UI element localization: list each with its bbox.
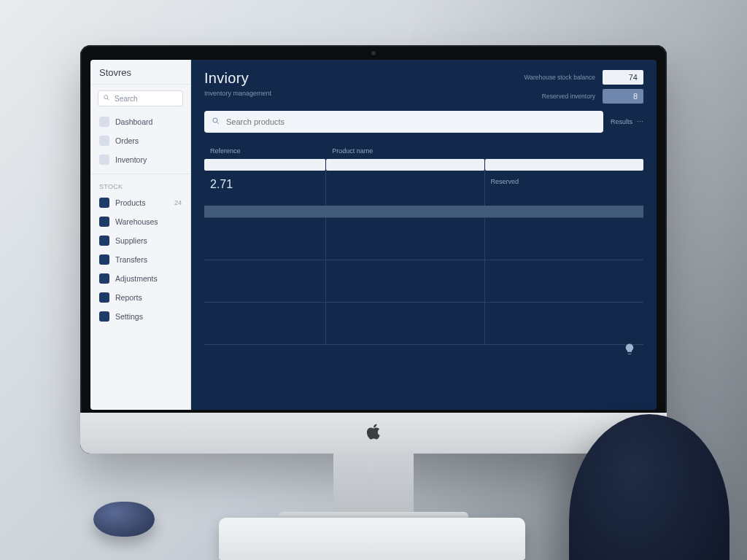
metric-label: Reserved inventory [515, 93, 595, 100]
svg-line-1 [107, 98, 109, 100]
apple-logo-icon [365, 422, 382, 444]
metric-row: Reserved inventory 8 [515, 89, 643, 104]
sidebar-group-label: Stock [90, 179, 190, 193]
sidebar-item-label: Orders [115, 136, 139, 145]
grid-cell[interactable] [204, 303, 326, 345]
grid-cell[interactable] [204, 260, 326, 303]
sidebar-item-dashboard[interactable]: Dashboard [90, 112, 190, 131]
search-row: Results ⋯ [191, 106, 657, 143]
grid-cell[interactable] [326, 260, 484, 303]
grid-cell[interactable] [485, 218, 643, 260]
column-headers: Reference Product name [191, 143, 657, 159]
summary-cell-value: 2.71 [204, 171, 326, 206]
sidebar-item-transfers[interactable]: Transfers [90, 250, 190, 269]
grid-cell[interactable] [485, 260, 643, 303]
tag-icon [99, 198, 109, 208]
app-window: Stovres Search Dashboard Orde [90, 60, 657, 410]
summary-cell-empty [326, 171, 484, 206]
monitor-stand-neck [333, 451, 414, 516]
grid-cell[interactable] [326, 303, 484, 345]
camera-dot [371, 51, 376, 55]
truck-icon [99, 236, 109, 246]
monitor-frame: Stovres Search Dashboard Orde [80, 45, 667, 454]
search-icon [212, 117, 220, 127]
svg-point-0 [104, 96, 108, 99]
sidebar-item-label: Settings [115, 312, 143, 321]
search-result-hint: ⋯ [637, 118, 643, 125]
search-input-wrap[interactable] [204, 111, 603, 133]
mouse [93, 502, 155, 537]
sidebar-item-label: Transfers [115, 255, 147, 264]
summary-secondary-label: Reserved [491, 178, 519, 185]
summary-value: 2.71 [210, 178, 233, 191]
box-icon [99, 155, 109, 165]
sidebar-item-warehouses[interactable]: Warehouses [90, 212, 190, 231]
sidebar-item-suppliers[interactable]: Suppliers [90, 231, 190, 250]
page-title: Inviory [204, 70, 271, 87]
grid-cell[interactable] [204, 218, 326, 260]
main-panel: Inviory Inventory management Warehouse s… [191, 60, 657, 410]
gear-icon [99, 311, 109, 322]
search-result-label: Results [611, 118, 632, 125]
metric-row: Warehouse stock balance 74 [515, 70, 643, 85]
sidebar-item-label: Dashboard [115, 117, 152, 126]
screen: Stovres Search Dashboard Orde [90, 60, 657, 410]
home-icon [99, 217, 109, 227]
sidebar-item-settings[interactable]: Settings [90, 307, 190, 326]
sidebar-search-placeholder: Search [115, 95, 138, 103]
metrics: Warehouse stock balance 74 Reserved inve… [515, 70, 643, 104]
metric-label: Warehouse stock balance [515, 74, 595, 81]
summary-cell-secondary: Reserved [485, 171, 643, 206]
sidebar-badge: 24 [174, 199, 182, 206]
sidebar-item-label: Warehouses [115, 217, 158, 226]
col-filter-3[interactable] [485, 159, 643, 171]
topbar: Inviory Inventory management Warehouse s… [191, 60, 657, 106]
sidebar-item-orders[interactable]: Orders [90, 131, 190, 150]
svg-point-2 [213, 118, 217, 122]
col-header-1[interactable]: Reference [204, 143, 326, 159]
col-header-2[interactable]: Product name [326, 143, 484, 159]
sidebar-item-label: Suppliers [115, 236, 147, 245]
sidebar: Stovres Search Dashboard Orde [90, 60, 191, 410]
sidebar-item-label: Adjustments [115, 274, 158, 283]
column-filters [191, 159, 657, 171]
search-meta: Results ⋯ [611, 118, 643, 125]
grid-cell[interactable] [485, 303, 643, 345]
sidebar-item-reports[interactable]: Reports [90, 288, 190, 307]
sidebar-item-adjustments[interactable]: Adjustments [90, 269, 190, 288]
sliders-icon [99, 273, 109, 284]
sidebar-item-label: Reports [115, 293, 142, 302]
sidebar-item-label: Products [115, 198, 145, 207]
search-input[interactable] [226, 117, 596, 126]
metric-value: 8 [603, 89, 643, 104]
section-divider [204, 206, 643, 217]
lightbulb-icon [623, 349, 636, 357]
col-filter-1[interactable] [204, 159, 326, 171]
help-button[interactable] [623, 343, 636, 356]
keyboard [219, 518, 525, 560]
sidebar-item-products[interactable]: Products 24 [90, 193, 190, 212]
col-filter-2[interactable] [326, 159, 484, 171]
swap-icon [99, 254, 109, 265]
monitor-chin [80, 413, 667, 454]
svg-line-3 [217, 122, 220, 125]
cart-icon [99, 136, 109, 146]
page-subtitle: Inventory management [204, 90, 271, 97]
chart-icon [99, 292, 109, 303]
grid-icon [99, 117, 109, 127]
sidebar-item-inventory[interactable]: Inventory [90, 150, 190, 169]
summary-row: 2.71 Reserved [191, 171, 657, 206]
app-name: Stovres [90, 60, 190, 85]
data-grid [204, 217, 643, 400]
grid-cell[interactable] [326, 218, 484, 260]
sidebar-search[interactable]: Search [98, 90, 183, 106]
sidebar-divider [90, 174, 190, 174]
search-icon [103, 94, 110, 103]
sidebar-item-label: Inventory [115, 155, 147, 164]
metric-value: 74 [603, 70, 643, 85]
col-header-3[interactable] [485, 143, 643, 159]
